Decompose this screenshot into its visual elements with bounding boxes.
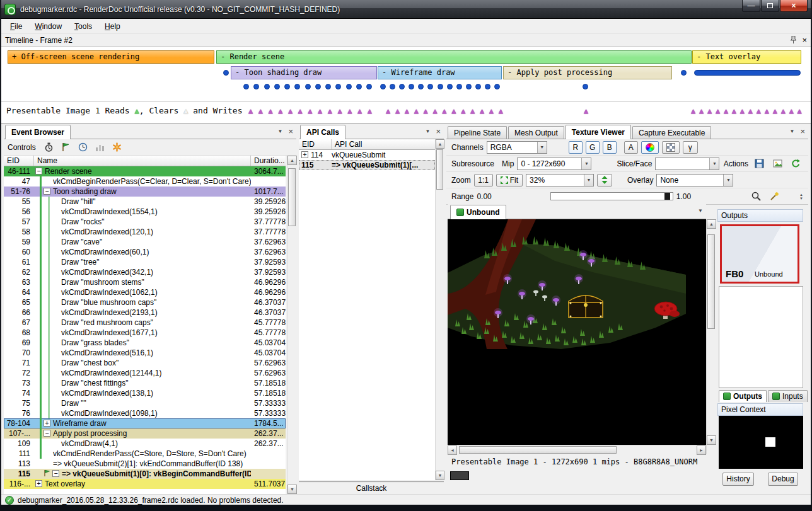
write-triangle-icon[interactable]: ▲: [405, 107, 409, 115]
timeline-marker-bar[interactable]: - Render scene: [216, 50, 692, 64]
scrollbar-thumb[interactable]: [288, 168, 296, 226]
event-row[interactable]: 72vkCmdDrawIndexed(12144,1)57.62963: [4, 368, 286, 378]
zoom-select[interactable]: 32%▼: [526, 174, 594, 187]
event-row[interactable]: 62vkCmdDrawIndexed(342,1)37.92593: [4, 267, 286, 277]
draw-marker-dot[interactable]: [294, 84, 300, 89]
event-row[interactable]: 59Draw "cave"37.62963: [4, 237, 286, 247]
draw-marker-dot[interactable]: [485, 84, 490, 89]
write-triangle-icon[interactable]: ▲: [740, 107, 745, 115]
fit-button[interactable]: Fit: [496, 174, 523, 187]
tree-toggle-icon[interactable]: −: [52, 470, 59, 477]
timeline-marker-bar[interactable]: - Wireframe draw: [378, 66, 502, 79]
blue-channel-button[interactable]: B: [603, 141, 617, 154]
slice-face-select[interactable]: ▼: [655, 158, 719, 170]
draw-marker-dot[interactable]: [305, 84, 311, 89]
draw-marker-dot[interactable]: [466, 84, 472, 89]
write-triangle-icon[interactable]: ▲: [480, 107, 484, 115]
draw-marker-dot[interactable]: [335, 84, 341, 89]
history-button[interactable]: History: [722, 473, 754, 486]
menu-help[interactable]: Help: [98, 20, 127, 33]
column-api-call[interactable]: API Call: [332, 139, 435, 149]
write-triangle-icon[interactable]: ▲: [716, 107, 720, 115]
fb0-thumbnail[interactable]: FB0 Unbound: [720, 224, 799, 284]
timeline-marker-bar[interactable]: + Off-screen scene rendering: [8, 50, 214, 64]
tree-toggle-icon[interactable]: +: [35, 480, 42, 487]
event-row[interactable]: 61Draw "tree"37.92593: [4, 257, 286, 267]
range-slider-handle[interactable]: [664, 193, 670, 200]
api-call-row[interactable]: 115=> vkQueueSubmit(1)[...: [299, 160, 435, 170]
clock-button[interactable]: [76, 141, 91, 154]
write-triangle-icon[interactable]: ▲: [691, 107, 695, 115]
save-texture-button[interactable]: [751, 157, 767, 171]
draw-marker-dot[interactable]: [346, 84, 352, 89]
draw-marker-dot[interactable]: [494, 84, 500, 89]
write-triangle-icon[interactable]: ▲: [424, 107, 428, 115]
tab-pipeline-state[interactable]: Pipeline State: [448, 126, 507, 139]
draw-marker-dot[interactable]: [284, 84, 290, 89]
write-triangle-icon[interactable]: ▲: [298, 107, 303, 115]
texture-list-dropdown-icon[interactable]: ▼: [698, 208, 703, 214]
event-row[interactable]: 70vkCmdDrawIndexed(516,1)45.03704: [4, 348, 286, 358]
write-triangle-icon[interactable]: ▲: [347, 107, 352, 115]
event-row[interactable]: 109vkCmdDraw(4,1)262.37...: [4, 439, 286, 449]
write-triangle-icon[interactable]: ▲: [584, 107, 588, 115]
maximize-button[interactable]: [761, 0, 779, 12]
green-channel-button[interactable]: G: [586, 141, 600, 154]
draw-marker-dot[interactable]: [356, 84, 362, 89]
draw-marker-dot[interactable]: [223, 70, 229, 76]
write-triangle-icon[interactable]: ▲: [732, 107, 736, 115]
timeline-marker-bar[interactable]: - Text overlay: [692, 50, 801, 64]
background-checker-button[interactable]: [662, 141, 680, 154]
autofit-range-button[interactable]: [767, 190, 782, 204]
bookmark-button[interactable]: [59, 141, 74, 154]
write-triangle-icon[interactable]: ▲: [748, 107, 753, 115]
api-call-row[interactable]: +114vkQueueSubmit: [299, 150, 435, 160]
event-row[interactable]: 60vkCmdDrawIndexed(60,1)37.62963: [4, 247, 286, 257]
timeline-marker-bar[interactable]: - Apply post processing: [503, 66, 672, 79]
draw-marker-dot[interactable]: [390, 84, 395, 89]
event-row[interactable]: 64vkCmdDrawIndexed(1062,1)46.96296: [4, 287, 286, 297]
draw-marker-dot[interactable]: [243, 84, 249, 89]
menu-window[interactable]: Window: [28, 20, 68, 33]
draw-marker-dot[interactable]: [399, 84, 405, 89]
panel-close-icon[interactable]: ×: [800, 127, 805, 135]
api-calls-scrollbar[interactable]: ▲ ▼: [435, 139, 444, 480]
tree-toggle-icon[interactable]: +: [44, 420, 50, 427]
draw-marker-dot[interactable]: [427, 84, 433, 89]
event-row[interactable]: 58vkCmdDrawIndexed(120,1)37.77778: [4, 227, 286, 237]
color-wheel-button[interactable]: [641, 141, 659, 154]
tab-outputs[interactable]: Outputs: [719, 390, 767, 402]
write-triangle-icon[interactable]: ▲: [337, 107, 342, 115]
draw-marker-dot[interactable]: [274, 84, 280, 89]
mip-select[interactable]: 0 - 1272x690▼: [517, 158, 591, 170]
event-row[interactable]: 46-111−Render scene3064.7...: [4, 166, 286, 176]
write-triangle-icon[interactable]: ▲: [798, 107, 802, 115]
gamma-button[interactable]: γ: [683, 141, 698, 154]
draw-marker-dot[interactable]: [438, 84, 443, 89]
scrollbar-thumb[interactable]: [707, 234, 715, 329]
event-row[interactable]: 74vkCmdDrawIndexed(138,1)57.18518: [4, 388, 286, 398]
tab-mesh-output[interactable]: Mesh Output: [508, 126, 564, 139]
scrollbar-thumb[interactable]: [459, 446, 617, 454]
zoom-range-button[interactable]: [748, 190, 763, 204]
scroll-down-icon[interactable]: ▼: [707, 435, 716, 445]
write-triangle-icon[interactable]: ▲: [328, 107, 332, 115]
column-eid[interactable]: EID: [4, 156, 34, 166]
tab-capture-executable[interactable]: Capture Executable: [632, 126, 711, 139]
write-triangle-icon[interactable]: ▲: [699, 107, 704, 115]
write-triangle-icon[interactable]: ▲: [395, 107, 400, 115]
write-triangle-icon[interactable]: ▲: [288, 107, 293, 115]
event-row[interactable]: 47vkCmdBeginRenderPass(C=Clear, D=Clear,…: [4, 176, 286, 187]
write-triangle-icon[interactable]: ▲: [442, 107, 446, 115]
alpha-channel-button[interactable]: A: [624, 141, 638, 154]
scroll-down-icon[interactable]: ▼: [436, 471, 444, 480]
scroll-down-icon[interactable]: ▼: [287, 485, 297, 494]
scroll-left-icon[interactable]: ◄: [448, 445, 457, 455]
write-triangle-icon[interactable]: ▲: [414, 107, 419, 115]
write-triangle-icon[interactable]: ▲: [278, 107, 282, 115]
draw-marker-dot[interactable]: [253, 84, 259, 89]
tree-toggle-icon[interactable]: −: [35, 168, 42, 175]
write-triangle-icon[interactable]: ▲: [757, 107, 761, 115]
refresh-button[interactable]: [788, 157, 803, 171]
minimize-button[interactable]: —: [742, 0, 760, 12]
